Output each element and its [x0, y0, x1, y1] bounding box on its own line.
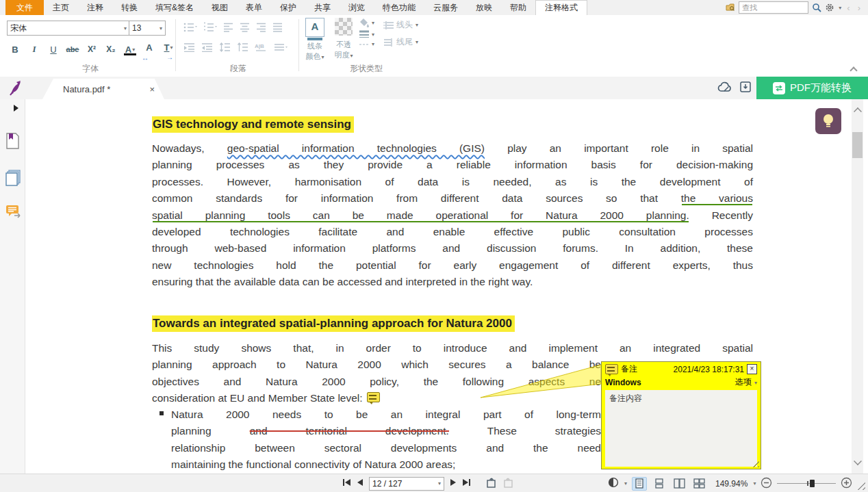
reading-mode-button[interactable]	[608, 477, 619, 490]
cloud-icon[interactable]	[717, 81, 732, 95]
doc-text: relationship between sectoral developmen…	[171, 442, 601, 454]
tips-bulb-button[interactable]	[815, 108, 841, 134]
font-name-select[interactable]: 宋体 ▾	[7, 21, 130, 36]
zoom-caret-icon[interactable]: ▾	[753, 480, 756, 487]
note-content-field[interactable]: 备注内容	[605, 390, 757, 467]
char-width-icon[interactable]: A|B	[255, 42, 268, 52]
word-spacing-icon[interactable]	[274, 42, 289, 52]
align-justify-icon[interactable]	[272, 22, 283, 32]
scroll-thumb[interactable]	[852, 132, 863, 158]
bold-button[interactable]: B	[7, 42, 23, 57]
bullet-marker	[159, 411, 164, 415]
zoom-out-button[interactable]	[761, 477, 772, 491]
subscript-button[interactable]: X₂	[103, 42, 119, 57]
previous-view-button[interactable]	[486, 478, 497, 490]
document-tabstrip: Natura.pdf * × PDF万能转换	[0, 77, 868, 100]
note-close-icon[interactable]: ×	[747, 364, 757, 374]
line-thickness-button[interactable]: ▾	[359, 30, 374, 38]
menu-tab[interactable]: 帮助	[501, 0, 535, 15]
save-to-icon[interactable]	[739, 81, 752, 96]
zoom-slider-handle[interactable]	[810, 480, 815, 487]
gear-icon[interactable]	[825, 3, 834, 12]
menu-tab[interactable]: 保护	[271, 0, 305, 15]
last-page-button[interactable]	[462, 478, 471, 489]
gear-caret-icon[interactable]: ▾	[839, 5, 841, 11]
single-page-view-button[interactable]	[632, 477, 647, 491]
underline-button[interactable]: U	[45, 42, 62, 57]
zoom-in-button[interactable]	[841, 477, 852, 491]
menu-tab[interactable]: 云服务	[424, 0, 467, 15]
numbered-list-icon[interactable]	[203, 22, 217, 32]
previous-page-button[interactable]	[357, 478, 363, 489]
magnifier-icon[interactable]	[812, 3, 821, 12]
scroll-down-icon[interactable]	[854, 457, 862, 465]
page-number-field[interactable]: 12 / 127 ▾	[369, 477, 444, 491]
doc-text: planning processes as they provide a rel…	[152, 159, 753, 170]
menu-tab[interactable]: 文件	[5, 0, 44, 15]
close-tab-icon[interactable]: ×	[149, 84, 155, 94]
text-direction-button[interactable]: T▾	[160, 40, 177, 59]
menu-tab[interactable]: 共享	[305, 0, 340, 15]
continuous-view-button[interactable]	[652, 477, 667, 491]
bullet-list-icon[interactable]	[183, 22, 197, 32]
strikethrough-button[interactable]: abe	[64, 42, 81, 57]
menu-tab[interactable]: 填写&签名	[146, 0, 203, 15]
first-page-button[interactable]	[342, 478, 351, 489]
doc-text-line: objectives and Natura 2000 policy, the f…	[152, 374, 601, 390]
pdf-convert-button[interactable]: PDF万能转换	[756, 77, 868, 99]
doc-text: ensuring that the available data can be …	[152, 276, 533, 287]
menu-tab[interactable]: 转换	[112, 0, 146, 15]
menu-tab[interactable]: 表单	[237, 0, 271, 15]
doc-text-line: planning approach to Natura 2000 which s…	[152, 357, 601, 373]
note-annotation-icon[interactable]	[367, 392, 380, 402]
menu-tab[interactable]: 特色功能	[374, 0, 424, 15]
find-next-icon[interactable]: ›	[856, 3, 863, 13]
indent-increase-icon[interactable]	[183, 42, 195, 52]
menu-tab[interactable]: 放映	[467, 0, 501, 15]
menu-tab[interactable]: 视图	[203, 0, 237, 15]
align-left-icon[interactable]	[223, 22, 233, 32]
note-icon	[605, 364, 618, 374]
scroll-up-icon[interactable]	[854, 107, 862, 116]
font-group: 宋体 ▾ 13 ▾ BIUabeX²X₂A▾AT▾ 字体	[5, 15, 175, 76]
continuous-facing-view-button[interactable]	[691, 477, 706, 491]
line-head-button[interactable]: 线头▾	[383, 19, 418, 31]
note-options-button[interactable]: 选项 ▾	[735, 376, 757, 388]
sticky-note-popup[interactable]: 备注 2021/4/23 18:17:31 × Windows 选项 ▾ 备注内…	[601, 361, 761, 469]
line-tail-button[interactable]: 线尾▾	[383, 36, 418, 48]
char-spacing-button[interactable]: A	[141, 40, 157, 59]
fill-color-button[interactable]: ▾	[359, 18, 374, 27]
page-number-value: 12 / 127	[372, 479, 402, 489]
doc-text: play an important role in spatial	[485, 142, 753, 154]
reading-mode-caret-icon[interactable]: ▾	[624, 480, 627, 487]
menu-tab[interactable]: 注释	[78, 0, 112, 15]
align-right-icon[interactable]	[256, 22, 266, 32]
zoom-slider[interactable]	[777, 483, 836, 484]
font-size-select[interactable]: 13 ▾	[129, 21, 166, 36]
paragraph-spacing-icon[interactable]	[237, 42, 248, 52]
line-color-button[interactable]: A 线条 颜色▾	[303, 18, 327, 62]
align-center-icon[interactable]	[240, 22, 250, 32]
window-resize-grip[interactable]	[856, 481, 865, 490]
document-tab[interactable]: Natura.pdf * ×	[42, 79, 164, 99]
next-view-button[interactable]	[502, 478, 513, 490]
italic-button[interactable]: I	[26, 42, 42, 57]
menu-tab[interactable]: 浏览	[340, 0, 374, 15]
line-dash-button[interactable]: ▾	[359, 41, 374, 47]
opacity-button[interactable]: 不透 明度▾	[331, 18, 356, 60]
indent-decrease-icon[interactable]	[201, 42, 213, 52]
line-spacing-icon[interactable]	[219, 42, 231, 52]
doc-text-line: planning processes as they provide a rel…	[152, 157, 753, 173]
find-input[interactable]	[739, 1, 808, 14]
menu-tab[interactable]: 主页	[44, 0, 78, 15]
search-in-document-icon[interactable]	[726, 3, 735, 12]
font-color-button[interactable]: A▾	[122, 42, 138, 57]
menu-tab[interactable]: 注释格式	[535, 0, 587, 15]
facing-view-button[interactable]	[672, 477, 687, 491]
superscript-button[interactable]: X²	[84, 42, 100, 57]
collapse-ribbon-icon[interactable]	[850, 66, 857, 73]
next-page-button[interactable]	[450, 478, 457, 489]
find-previous-icon[interactable]: ‹	[845, 3, 852, 13]
ribbon: 宋体 ▾ 13 ▾ BIUabeX²X₂A▾AT▾ 字体 A|B 段落	[0, 15, 868, 77]
vertical-scrollbar[interactable]	[852, 99, 863, 474]
